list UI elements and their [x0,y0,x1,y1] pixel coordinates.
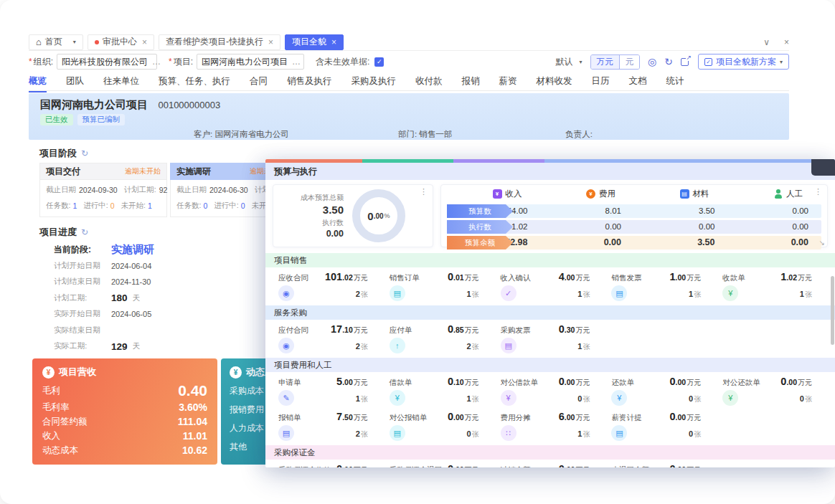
current-stage-link[interactable]: 实施调研 [111,243,154,257]
execution-row: 执行数 1.02 0.00 0.00 0.00 [447,220,821,234]
stat-writeoff-amount[interactable]: 冲销金额0.00万元 [495,462,606,467]
ellipsis-picker-icon[interactable]: … [292,57,301,67]
default-scheme-label[interactable]: 默认 [556,56,573,68]
ellipsis-picker-icon[interactable]: … [152,57,161,67]
red-dot-icon [95,40,99,44]
purchase-invoice-icon[interactable] [501,338,516,353]
stage-card-delivery[interactable]: 项目交付 逾期未开始 截止日期 2024-09-30 计划工期: 92 天 任务… [39,163,167,217]
chevron-down-icon[interactable]: ▾ [580,59,582,65]
tab-salary[interactable]: 薪资 [499,75,517,87]
repayment-icon[interactable] [611,390,627,406]
org-input[interactable]: 阳光科技股份有限公司 … [57,54,157,70]
stat-payable-bill[interactable]: 应付单0.85万元 2张 [384,323,495,353]
scheme-button[interactable]: ✓ 项目全貌新方案 ▾ [698,54,789,70]
project-input[interactable]: 国网河南电力公司项目 … [197,54,304,70]
tab-sales-exec[interactable]: 销售及执行 [287,75,332,87]
refresh-icon[interactable]: ↻ [664,56,673,67]
stat-unreturned-amount[interactable]: 未退回金额0.00万元 [605,462,717,467]
stat-receivable-contract[interactable]: 应收合同101.02万元 2张 [273,270,384,301]
stat-purchase-invoice[interactable]: 采购发票0.30万元 1张 [495,323,606,353]
sales-order-icon[interactable] [390,285,405,301]
panel-color-strip [265,159,835,163]
payable-contract-icon[interactable] [278,338,294,353]
loan-icon[interactable] [390,390,405,406]
scrollbar-thumb[interactable] [831,276,834,345]
chevron-down-icon[interactable]: ▾ [73,39,76,45]
tab-material[interactable]: 材料收发 [537,75,572,87]
tab-reimbursement[interactable]: 报销 [462,75,480,87]
stat-corporate-reimburse[interactable]: 对公报销单0.00万元 0张 [384,410,495,441]
tab-docs[interactable]: 文档 [629,75,647,87]
collapse-icon[interactable]: ∨ [763,37,770,47]
tab-overview[interactable]: 概览 [29,75,47,87]
panel-title: 预算与执行 [265,163,835,180]
tab-calendar[interactable]: 日历 [592,75,610,87]
tab-budget-task-exec[interactable]: 预算、任务、执行 [159,75,230,87]
close-icon[interactable]: × [142,37,147,47]
stat-deposit-receipt[interactable]: 采购保证金收款0.00万元 [273,462,384,467]
corporate-loan-icon[interactable] [501,390,516,406]
tab-partners[interactable]: 往来单位 [103,75,139,87]
stat-corporate-loan[interactable]: 对公借款单0.00万元 0张 [495,375,606,406]
close-icon[interactable]: × [268,37,273,47]
income-confirm-icon[interactable] [501,285,516,301]
revenue-row: 毛利率3.60% [42,400,207,414]
refresh-icon[interactable]: ↻ [81,227,88,237]
stat-sales-order[interactable]: 销售订单0.01万元 1张 [384,270,495,301]
stat-income-confirm[interactable]: 收入确认4.00万元 1张 [495,270,606,301]
corporate-reimburse-icon[interactable] [390,425,405,441]
service-stats-row: 应付合同17.10万元 2张 应付单0.85万元 2张 采购发票0.30万元 1… [265,320,835,355]
kebab-menu-icon[interactable]: ⋮ [420,187,428,196]
cost-allocation-icon[interactable] [501,425,516,441]
receipt-icon[interactable] [722,285,738,301]
receivable-contract-icon[interactable] [278,285,294,301]
tab-stats[interactable]: 统计 [666,75,684,87]
stat-deposit-return[interactable]: 采购保证金退回0.00万元 [384,462,495,467]
stat-reimburse[interactable]: 报销单7.50万元 2张 [273,410,384,441]
tab-maintenance-project[interactable]: 查看维护类项目-快捷执行 × [159,34,280,50]
stat-loan[interactable]: 借款单0.10万元 1张 [384,375,495,406]
sales-invoice-icon[interactable] [611,285,627,301]
resize-icon[interactable]: ↘ [819,239,825,247]
corporate-repayment-icon[interactable] [722,390,738,406]
locate-icon[interactable]: ◎ [648,56,656,67]
stat-receipt[interactable]: 收款单1.02万元 1张 [717,270,828,301]
stage-card-body: 截止日期 2024-09-30 计划工期: 92 天 任务数: 1 进行中: 0… [39,180,167,217]
unit-yuan-button[interactable]: 元 [620,55,640,69]
stat-cost-allocation[interactable]: 费用分摊6.00万元 1张 [495,410,606,441]
expense-stats-row-1: 申请单5.00万元 1张 借款单0.10万元 1张 对公借款单0.00万元 0张… [265,372,835,407]
revenue-row: 合同签约额111.04 [42,414,207,429]
project-banner: 国网河南电力公司项目 001000000003 已生效 预算已编制 客户: 国网… [29,93,789,140]
progress-row: 实际开始日期2024-06-05 [54,306,154,323]
tab-team[interactable]: 团队 [66,75,84,87]
home-icon: ⌂ [36,37,42,47]
tab-approval-center[interactable]: 审批中心 × [88,34,154,50]
stat-application[interactable]: 申请单5.00万元 1张 [273,375,384,406]
application-icon[interactable] [278,390,294,406]
tab-home[interactable]: ⌂ 首页 ▾ [29,34,83,50]
payable-bill-icon[interactable] [390,338,405,353]
app-window: ⌂ 首页 ▾ 审批中心 × 查看维护类项目-快捷执行 × 项目全貌 × ∨ × … [0,0,835,504]
include-draft-checkbox[interactable]: ✓ [374,57,384,67]
stat-payable-contract[interactable]: 应付合同17.10万元 2张 [273,323,384,353]
stat-repayment[interactable]: 还款单0.00万元 0张 [605,375,717,406]
tab-label: 项目全貌 [292,36,326,48]
share-icon[interactable] [681,58,689,66]
close-all-icon[interactable]: × [784,37,789,47]
col-expense: ¥ 费用 [541,186,635,202]
close-icon[interactable]: × [331,37,336,47]
tab-contract[interactable]: 合同 [250,75,268,87]
stat-salary-accrual[interactable]: 薪资计提0.00万元 0张 [605,410,717,441]
stage-card-header: 项目交付 逾期未开始 [39,163,167,180]
expense-stats-row-2: 报销单7.50万元 2张 对公报销单0.00万元 0张 费用分摊6.00万元 1… [265,407,835,442]
tab-procurement-exec[interactable]: 采购及执行 [352,75,397,87]
salary-accrual-icon[interactable] [611,425,627,441]
tab-project-overview[interactable]: 项目全貌 × [285,34,344,50]
tab-payments[interactable]: 收付款 [415,75,443,87]
refresh-icon[interactable]: ↻ [81,148,88,158]
stat-sales-invoice[interactable]: 销售发票1.00万元 1张 [605,270,717,301]
reimburse-icon[interactable] [278,425,294,441]
stat-corporate-repayment[interactable]: 对公还款单0.00万元 0张 [717,375,828,406]
unit-wan-button[interactable]: 万元 [591,55,620,69]
kebab-menu-icon[interactable]: ⋮ [814,187,822,196]
